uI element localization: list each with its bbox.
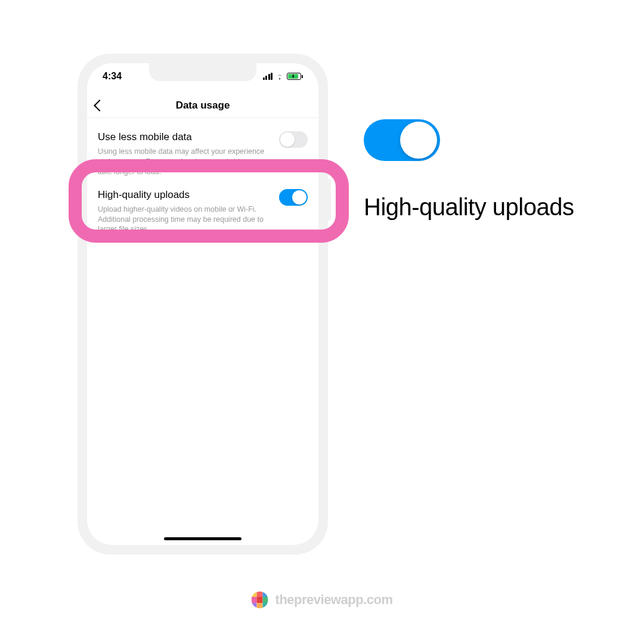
page-title: Data usage (176, 100, 230, 112)
toggle-knob (280, 132, 295, 147)
status-time: 4:34 (103, 71, 122, 82)
callout: High-quality uploads (364, 119, 614, 221)
back-arrow-icon[interactable] (94, 100, 106, 112)
footer-watermark: thepreviewapp.com (252, 592, 393, 608)
callout-label: High-quality uploads (364, 194, 614, 221)
row-desc: Upload higher-quality videos on mobile o… (98, 205, 308, 235)
toggle-high-quality-uploads[interactable] (279, 189, 308, 206)
callout-toggle-knob (400, 122, 437, 159)
row-high-quality-uploads: High-quality uploads Upload higher-quali… (98, 185, 308, 243)
toggle-use-less-data[interactable] (279, 131, 308, 148)
cellular-signal-icon (263, 73, 273, 80)
toggle-knob (292, 190, 306, 205)
settings-list: Use less mobile data Using less mobile d… (87, 122, 318, 243)
battery-icon (287, 73, 303, 80)
preview-app-logo-icon (252, 592, 268, 608)
row-title: Use less mobile data (98, 131, 308, 143)
wifi-icon (275, 72, 284, 81)
home-indicator (164, 537, 242, 540)
callout-toggle-icon (364, 119, 440, 161)
phone-notch (149, 63, 256, 81)
row-title: High-quality uploads (98, 189, 308, 201)
row-use-less-data: Use less mobile data Using less mobile d… (98, 128, 308, 185)
row-desc: Using less mobile data may affect your e… (98, 147, 308, 177)
status-right (263, 72, 304, 81)
footer-text: thepreviewapp.com (275, 592, 393, 608)
phone-screen: 4:34 Data us (87, 63, 318, 545)
nav-header: Data usage (87, 93, 318, 118)
phone-frame: 4:34 Data us (78, 54, 328, 555)
